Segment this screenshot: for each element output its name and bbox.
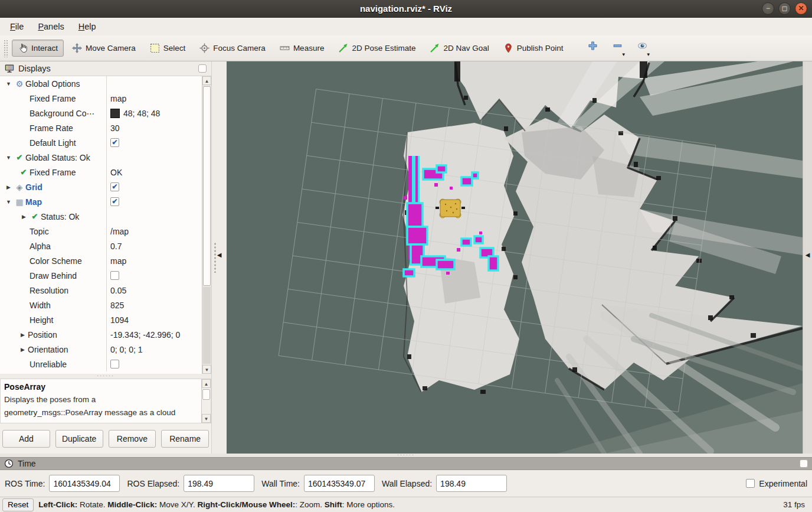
tree-row-height[interactable]: Height1094 xyxy=(0,312,202,327)
tree-row-unreliable[interactable]: Unreliable xyxy=(0,357,202,371)
reset-button[interactable]: Reset xyxy=(2,498,34,511)
tool-measure[interactable]: Measure xyxy=(274,40,330,57)
expand-arrow-icon[interactable]: ▶ xyxy=(4,184,14,190)
maximize-button[interactable]: ◻ xyxy=(778,2,791,15)
tree-row-color-scheme[interactable]: Color Schememap xyxy=(0,253,202,268)
tree-row-value-cell[interactable]: map xyxy=(106,253,202,268)
remove-button[interactable]: Remove xyxy=(109,430,156,448)
right-panel-collapse-strip[interactable]: ◀ xyxy=(803,61,812,454)
scroll-down-icon[interactable]: ▼ xyxy=(202,365,211,374)
tool-publish-point[interactable]: Publish Point xyxy=(497,40,569,57)
rename-button[interactable]: Rename xyxy=(161,430,209,448)
expand-arrow-icon[interactable]: ▶ xyxy=(19,214,29,220)
tree-row-value-cell[interactable]: /map xyxy=(106,224,202,239)
experimental-checkbox[interactable] xyxy=(746,479,755,488)
tree-row-value-cell[interactable]: ✔ xyxy=(106,135,202,150)
tree-row-value-cell[interactable]: ✔ xyxy=(106,194,202,209)
checkbox[interactable]: ✔ xyxy=(110,182,119,191)
expand-arrow-icon[interactable]: ▶ xyxy=(18,332,28,338)
tree-row-frame-rate[interactable]: Frame Rate30 xyxy=(0,120,202,135)
checkbox[interactable] xyxy=(110,360,119,368)
panel-splitter-handle[interactable]: ······ xyxy=(0,374,211,379)
expand-arrow-icon[interactable]: ▼ xyxy=(4,199,14,205)
tree-row-value-cell[interactable] xyxy=(106,209,202,224)
time-panel-header[interactable]: Time xyxy=(0,457,812,470)
tool-move-camera[interactable]: Move Camera xyxy=(66,40,142,57)
tree-row-draw-behind[interactable]: Draw Behind xyxy=(0,268,202,283)
tool-focus-camera[interactable]: Focus Camera xyxy=(194,40,271,57)
tree-row-status-ok[interactable]: ▶✔Status: Ok xyxy=(0,209,202,224)
wall-elapsed-input[interactable] xyxy=(436,475,507,492)
scroll-up-icon[interactable]: ▲ xyxy=(202,379,211,388)
tool-select[interactable]: Select xyxy=(144,40,192,57)
tree-row-value-cell[interactable]: 0.7 xyxy=(106,239,202,253)
tree-row-value-cell[interactable] xyxy=(106,150,202,165)
duplicate-button[interactable]: Duplicate xyxy=(55,430,103,448)
scrollbar-thumb[interactable] xyxy=(202,389,210,400)
tool-2d-pose-estimate[interactable]: 2D Pose Estimate xyxy=(332,40,421,57)
menu-panels[interactable]: Panels xyxy=(31,19,70,34)
tree-row-value-cell[interactable] xyxy=(106,76,202,91)
menu-help[interactable]: Help xyxy=(72,19,103,34)
dropdown-arrow-icon[interactable]: ▼ xyxy=(621,52,626,57)
tree-row-value-cell[interactable]: 30 xyxy=(106,120,202,135)
scroll-up-icon[interactable]: ▲ xyxy=(202,76,211,85)
remove-tool-button[interactable]: ▼ xyxy=(610,40,626,57)
scroll-down-icon[interactable]: ▼ xyxy=(202,414,211,423)
tree-row-value-cell[interactable]: map xyxy=(106,91,202,106)
tree-row-orientation[interactable]: ▶Orientation0; 0; 0; 1 xyxy=(0,342,202,357)
title-bar[interactable]: navigation.rviz* - RViz −◻✕ xyxy=(0,0,812,18)
ros-elapsed-input[interactable] xyxy=(184,475,254,492)
collapse-right-arrow-icon[interactable]: ◀ xyxy=(806,252,810,258)
tree-row-topic[interactable]: Topic/map xyxy=(0,224,202,239)
menu-file[interactable]: File xyxy=(4,19,30,34)
tree-row-value-cell[interactable]: OK xyxy=(106,165,202,180)
left-panel-collapse-strip[interactable]: ◀ xyxy=(211,61,227,454)
tree-row-resolution[interactable]: Resolution0.05 xyxy=(0,283,202,298)
description-scrollbar[interactable]: ▲ ▼ xyxy=(201,379,211,423)
expand-arrow-icon[interactable]: ▼ xyxy=(4,81,14,87)
minimize-button[interactable]: − xyxy=(762,2,774,15)
tool-properties-button[interactable]: ▼ xyxy=(634,40,651,57)
tree-row-fixed-frame[interactable]: ✔Fixed FrameOK xyxy=(0,165,202,180)
tree-row-position[interactable]: ▶Position-19.343; -42.996; 0 xyxy=(0,327,202,342)
tree-row-width[interactable]: Width825 xyxy=(0,298,202,312)
panel-float-button[interactable] xyxy=(198,64,207,73)
tree-row-background-co[interactable]: Background Co⋯48; 48; 48 xyxy=(0,106,202,120)
tree-row-grid[interactable]: ▶◈Grid✔ xyxy=(0,180,202,194)
ros-time-input[interactable] xyxy=(49,475,120,492)
tree-row-value-cell[interactable]: -19.343; -42.996; 0 xyxy=(106,327,202,342)
displays-panel-header[interactable]: Displays xyxy=(0,61,211,76)
tree-row-value-cell[interactable]: 0; 0; 0; 1 xyxy=(106,342,202,357)
displays-tree-scrollbar[interactable]: ▲ ▼ xyxy=(202,76,211,374)
tree-row-value-cell[interactable]: 48; 48; 48 xyxy=(106,106,202,120)
close-button[interactable]: ✕ xyxy=(795,2,807,15)
tree-row-alpha[interactable]: Alpha0.7 xyxy=(0,239,202,253)
panel-float-button[interactable] xyxy=(800,459,808,468)
dropdown-arrow-icon[interactable]: ▼ xyxy=(646,52,651,57)
expand-arrow-icon[interactable]: ▼ xyxy=(4,155,14,161)
add-button[interactable]: Add xyxy=(2,430,50,448)
expand-arrow-icon[interactable]: ▶ xyxy=(18,347,28,353)
checkbox[interactable] xyxy=(110,271,119,280)
tree-row-global-status-ok[interactable]: ▼✔Global Status: Ok xyxy=(0,150,202,165)
tree-row-fixed-frame[interactable]: Fixed Framemap xyxy=(0,91,202,106)
3d-viewport[interactable] xyxy=(227,61,803,454)
checkbox[interactable]: ✔ xyxy=(110,197,119,206)
tree-row-global-options[interactable]: ▼⚙Global Options xyxy=(0,76,202,91)
tool-2d-nav-goal[interactable]: 2D Nav Goal xyxy=(424,40,495,57)
add-tool-button[interactable] xyxy=(585,40,601,57)
checkbox[interactable]: ✔ xyxy=(110,138,119,147)
tool-interact[interactable]: Interact xyxy=(12,40,64,57)
tree-row-value-cell[interactable]: 825 xyxy=(106,298,202,312)
tree-row-value-cell[interactable] xyxy=(106,357,202,371)
wall-time-input[interactable] xyxy=(304,475,375,492)
toolbar-drag-handle[interactable] xyxy=(4,40,8,57)
more-link[interactable]: More xyxy=(114,421,133,423)
tree-row-value-cell[interactable]: 1094 xyxy=(106,312,202,327)
scrollbar-thumb[interactable] xyxy=(203,86,211,286)
tree-row-default-light[interactable]: Default Light✔ xyxy=(0,135,202,150)
tree-row-value-cell[interactable]: 0.05 xyxy=(106,283,202,298)
scrollbar-track[interactable] xyxy=(203,287,211,364)
tree-row-map[interactable]: ▼▦Map✔ xyxy=(0,194,202,209)
